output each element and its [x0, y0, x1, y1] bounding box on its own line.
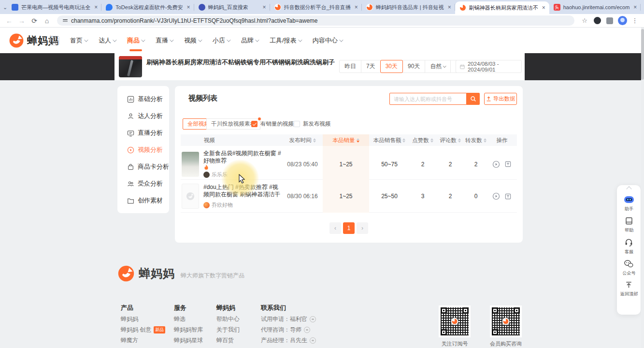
browser-tab[interactable]: 蝉妈妈抖音选品库 | 抖音短视 ×	[362, 1, 455, 13]
nav-item-product[interactable]: 商品	[121, 28, 150, 53]
footer-contact[interactable]: 产品经理：吕先生	[261, 336, 316, 345]
current-page-button[interactable]: 1	[343, 222, 355, 234]
date-tab-90d[interactable]: 90天	[402, 60, 425, 73]
sidebar-item-daren-analysis[interactable]: 达人分析	[127, 112, 163, 120]
close-icon[interactable]: ×	[541, 4, 546, 11]
prev-page-button[interactable]: ‹	[329, 222, 341, 234]
customer-service-button[interactable]: 客服	[624, 238, 634, 255]
date-tab-30d[interactable]: 30天	[380, 60, 403, 73]
nav-item-content-center[interactable]: 内容中心	[307, 28, 348, 53]
video-list-search-button[interactable]	[467, 93, 480, 105]
assistant-button[interactable]: 助手	[623, 195, 635, 212]
back-icon[interactable]: ←	[4, 15, 14, 26]
checkbox-new-videos[interactable]: 新发布视频	[294, 120, 331, 128]
sidebar-item-live-analysis[interactable]: 直播分析	[127, 129, 163, 137]
col-shares[interactable]: 转发数	[465, 134, 487, 146]
puzzle-extensions-icon[interactable]	[604, 15, 615, 26]
sort-icon[interactable]	[484, 138, 487, 143]
close-icon[interactable]: ×	[262, 4, 267, 11]
collapse-chevron-icon[interactable]	[626, 186, 631, 191]
url-text[interactable]: chanmama.com/promotionRank/-VJ3rUIyL1hU-…	[71, 17, 318, 24]
nav-item-home[interactable]: 首页	[64, 28, 93, 53]
apps-grid-icon[interactable]	[50, 36, 59, 45]
close-icon[interactable]: ×	[93, 4, 99, 11]
close-icon[interactable]: ×	[354, 4, 359, 11]
close-icon[interactable]: ×	[186, 4, 191, 11]
wechat-contact-icon[interactable]	[310, 337, 316, 344]
footer-link[interactable]: 关于我们	[216, 326, 240, 334]
sort-icon[interactable]	[430, 138, 433, 143]
sidebar-item-video-analysis[interactable]: 视频分析	[127, 145, 163, 154]
checkbox-has-sales[interactable]: 有销量的视频	[251, 120, 294, 128]
back-to-top-button[interactable]: 返回顶部	[619, 281, 639, 297]
footer-contact[interactable]: 代理咨询：导师	[261, 326, 310, 334]
export-data-button[interactable]: 导出数据	[484, 93, 517, 105]
page-scrollbar-thumb[interactable]	[641, 29, 644, 80]
sidebar-item-creative-material[interactable]: 创作素材	[127, 196, 163, 205]
col-sales[interactable]: 本品销量	[323, 134, 369, 146]
reload-icon[interactable]: ⟳	[29, 15, 40, 26]
nav-item-video[interactable]: 视频	[178, 28, 207, 53]
sidebar-item-basic-analysis[interactable]: 基础分析	[127, 95, 163, 103]
url-bar[interactable]: chanmama.com/promotionRank/-VJ3rUIyL1hU-…	[57, 15, 574, 26]
footer-link[interactable]: 蝉妈妈智库	[174, 326, 203, 334]
script-doc-icon[interactable]	[504, 193, 512, 200]
browser-tab[interactable]: ToDesk远程桌面软件-免费安 ×	[101, 1, 194, 13]
sidebar-item-audience-analysis[interactable]: 受众分析	[127, 179, 163, 188]
footer-link[interactable]: 蝉魔方	[121, 336, 138, 345]
footer-link[interactable]: 蝉妈妈	[121, 315, 138, 323]
nav-item-daren[interactable]: 达人	[93, 28, 121, 53]
next-page-button[interactable]: ›	[357, 222, 368, 234]
script-doc-icon[interactable]	[504, 160, 512, 168]
site-settings-icon[interactable]	[63, 19, 68, 22]
browser-tab[interactable]: 蝉妈妈_百度搜索 ×	[194, 1, 270, 13]
col-comments[interactable]: 评论数	[436, 134, 465, 146]
extension-icon[interactable]	[592, 15, 602, 26]
date-tab-yesterday[interactable]: 昨日	[339, 60, 361, 73]
date-tab-7d[interactable]: 7天	[361, 60, 381, 73]
video-list-search-input[interactable]	[394, 93, 462, 104]
date-range-picker[interactable]: 2024/08/03 - 2024/09/01	[456, 60, 522, 73]
nav-item-brand[interactable]: 品牌	[235, 28, 264, 53]
video-thumbnail[interactable]	[182, 152, 199, 177]
video-list-search[interactable]	[389, 93, 467, 105]
col-likes[interactable]: 点赞数	[410, 134, 436, 146]
footer-link[interactable]: 蝉选	[174, 315, 186, 323]
browser-tab-active[interactable]: 刷锅神器长柄厨房家用清洁不 ×	[455, 1, 549, 14]
browser-avatar[interactable]	[617, 15, 628, 26]
footer-link[interactable]: 蝉百货	[216, 336, 234, 345]
col-revenue[interactable]: 本品销售额	[369, 134, 410, 146]
sort-desc-icon[interactable]	[357, 138, 359, 143]
sort-icon[interactable]	[402, 138, 405, 143]
checkbox-checked-icon[interactable]	[251, 121, 258, 127]
home-icon[interactable]: ⌂	[42, 15, 52, 26]
col-publish-time[interactable]: 发布时间	[282, 134, 323, 146]
close-icon[interactable]: ×	[632, 4, 638, 11]
video-thumbnail-placeholder[interactable]	[182, 184, 199, 209]
browser-tab[interactable]: 头 haohuo.jinritemai.com/ecom ×	[549, 1, 641, 13]
nav-item-live[interactable]: 直播	[150, 28, 178, 53]
product-thumbnail[interactable]	[119, 56, 142, 77]
sort-icon[interactable]	[458, 138, 461, 143]
close-icon[interactable]: ×	[447, 4, 452, 11]
wechat-contact-icon[interactable]	[310, 316, 316, 322]
bookmark-star-icon[interactable]: ☆	[579, 15, 590, 26]
footer-link[interactable]: 蝉妈妈 创意新品	[121, 326, 165, 334]
official-account-button[interactable]: 公众号	[622, 260, 636, 276]
natural-dropdown[interactable]: 自然	[425, 60, 451, 73]
tab-search-icon[interactable]: ⌄	[3, 1, 7, 13]
forward-icon[interactable]: →	[16, 15, 27, 26]
help-button[interactable]: 帮助	[624, 217, 634, 233]
nav-item-shop[interactable]: 小店	[207, 28, 235, 53]
checkbox-unchecked-icon[interactable]	[294, 121, 300, 127]
play-video-icon[interactable]	[492, 192, 500, 200]
footer-link[interactable]: 帮助中心	[216, 315, 240, 323]
wechat-contact-icon[interactable]	[304, 327, 310, 333]
browser-tab[interactable]: 抖音数据分析平台_抖音直播 ×	[270, 1, 362, 13]
browser-tab[interactable]: 芒果电商—视频号电商玩法全 ×	[7, 1, 101, 13]
footer-link[interactable]: 蝉妈妈星球	[174, 336, 203, 345]
sort-icon[interactable]	[313, 138, 316, 143]
video-author[interactable]: 乔欣好物	[203, 202, 282, 209]
sidebar-item-product-card-analysis[interactable]: 商品卡分析	[127, 162, 169, 171]
footer-contact[interactable]: 试用申请：福利官	[261, 315, 316, 323]
